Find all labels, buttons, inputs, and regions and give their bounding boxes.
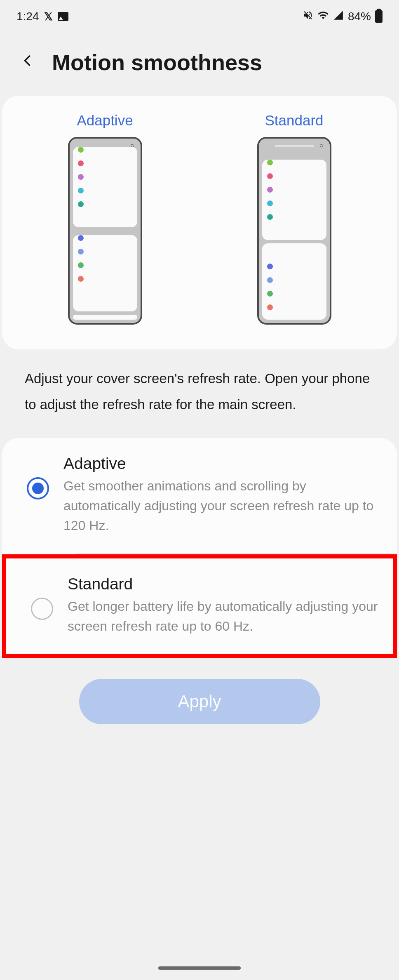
options-card: Adaptive Get smoother animations and scr… [2, 438, 397, 658]
option-standard-desc: Get longer battery life by automatically… [68, 596, 380, 636]
phone-preview-standard: ⌕ [257, 137, 331, 325]
signal-icon [333, 10, 344, 24]
x-app-icon: 𝕏 [44, 10, 53, 23]
option-adaptive-desc: Get smoother animations and scrolling by… [63, 476, 385, 535]
apply-button[interactable]: Apply [79, 679, 320, 724]
back-icon[interactable] [21, 52, 35, 72]
wifi-icon [317, 9, 329, 24]
battery-icon [375, 10, 383, 23]
preview-label-adaptive: Adaptive [77, 112, 133, 129]
option-adaptive[interactable]: Adaptive Get smoother animations and scr… [2, 438, 397, 554]
radio-adaptive[interactable] [27, 477, 49, 499]
status-bar: 1:24 𝕏 84% [0, 0, 399, 33]
search-icon: ⌕ [319, 141, 324, 149]
nav-bar-handle[interactable] [158, 966, 241, 970]
description-text: Adjust your cover screen's refresh rate.… [0, 349, 399, 434]
preview-standard: Standard ⌕ [257, 112, 331, 325]
page-title: Motion smoothness [52, 49, 262, 75]
option-adaptive-title: Adaptive [63, 455, 385, 473]
gallery-icon [58, 12, 68, 21]
preview-label-standard: Standard [265, 112, 323, 129]
preview-adaptive: Adaptive ⌕ [68, 112, 142, 325]
status-left: 1:24 𝕏 [16, 10, 68, 23]
option-standard[interactable]: Standard Get longer battery life by auto… [2, 554, 397, 658]
preview-card: Adaptive ⌕ [2, 96, 397, 349]
radio-standard[interactable] [31, 598, 53, 620]
status-time: 1:24 [16, 10, 39, 23]
phone-preview-adaptive: ⌕ [68, 137, 142, 325]
mute-icon [303, 10, 313, 24]
option-standard-title: Standard [68, 575, 380, 593]
battery-percent: 84% [348, 10, 371, 23]
header: Motion smoothness [0, 33, 399, 96]
search-icon: ⌕ [130, 141, 134, 149]
status-right: 84% [303, 9, 383, 24]
